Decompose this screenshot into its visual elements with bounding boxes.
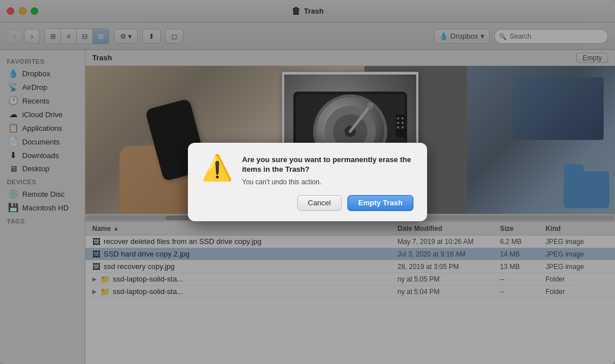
dialog-body: You can't undo this action. [242, 178, 413, 186]
dialog-buttons: Cancel Empty Trash [202, 195, 413, 211]
dialog-texts: Are you sure you want to permanently era… [242, 155, 413, 186]
cancel-button[interactable]: Cancel [297, 195, 342, 211]
dialog-overlay: ⚠️ Are you sure you want to permanently … [0, 0, 615, 364]
empty-trash-button[interactable]: Empty Trash [347, 195, 413, 211]
warning-icon: ⚠️ [202, 155, 233, 180]
dialog-title: Are you sure you want to permanently era… [242, 155, 413, 175]
dialog-top: ⚠️ Are you sure you want to permanently … [202, 155, 413, 186]
confirm-dialog: ⚠️ Are you sure you want to permanently … [188, 143, 427, 221]
